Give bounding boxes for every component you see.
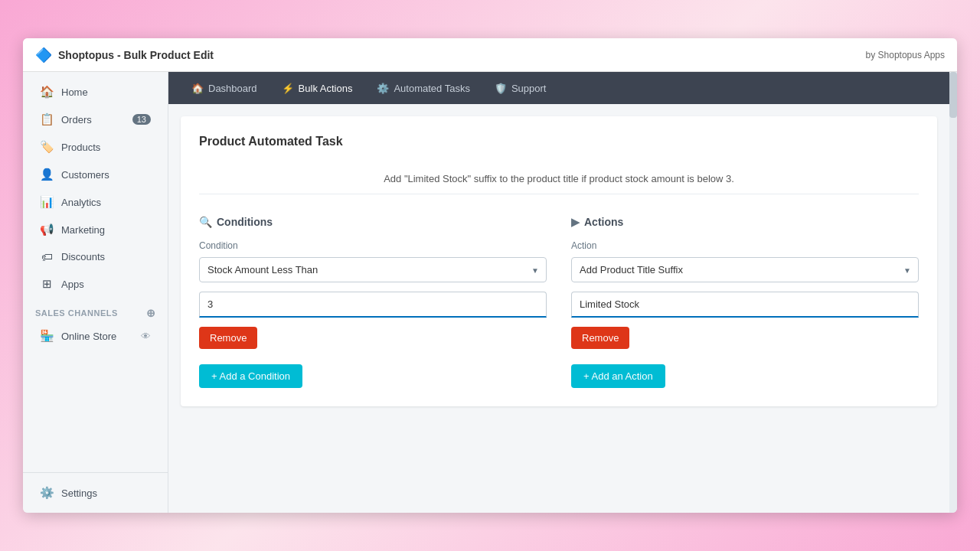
main-card: Product Automated Task Add "Limited Stoc… — [181, 116, 937, 406]
sidebar-item-settings-label: Settings — [61, 487, 97, 499]
top-bar-left: 🔷 Shoptopus - Bulk Product Edit — [35, 47, 214, 64]
sidebar-item-discounts-label: Discounts — [61, 251, 105, 262]
add-condition-button[interactable]: + Add a Condition — [199, 364, 302, 388]
action-value-input[interactable] — [571, 292, 919, 318]
page-description: Add "Limited Stock" suffix to the produc… — [199, 164, 919, 194]
nav-item-bulk-actions[interactable]: ⚡ Bulk Actions — [271, 77, 364, 100]
add-action-button[interactable]: + Add an Action — [571, 364, 665, 388]
support-nav-icon: 🛡️ — [495, 83, 507, 94]
sidebar-item-home-label: Home — [61, 86, 88, 98]
action-select-wrapper: Add Product Title Suffix Add Product Tit… — [571, 257, 919, 282]
sidebar-item-products[interactable]: 🏷️ Products — [28, 134, 163, 160]
sidebar-item-apps[interactable]: ⊞ Apps — [28, 271, 163, 297]
products-icon: 🏷️ — [40, 140, 54, 154]
sidebar-item-marketing-label: Marketing — [61, 224, 105, 236]
sidebar-item-discounts[interactable]: 🏷 Discounts — [28, 244, 163, 269]
main-layout: 🏠 Home 📋 Orders 13 🏷️ Products 👤 Custome… — [23, 72, 957, 513]
app-title: Shoptopus - Bulk Product Edit — [58, 49, 214, 61]
sidebar-item-online-store[interactable]: 🏪 Online Store 👁 — [28, 323, 163, 349]
nav-item-automated-tasks[interactable]: ⚙️ Automated Tasks — [366, 77, 480, 100]
add-sales-channel-icon[interactable]: ⊕ — [146, 307, 156, 319]
store-icon: 🏪 — [40, 329, 54, 343]
sales-channels-header: SALES CHANNELS ⊕ — [23, 298, 168, 322]
scrollbar[interactable] — [949, 72, 957, 513]
app-credit: by Shoptopus Apps — [866, 50, 945, 60]
sidebar-item-orders-label: Orders — [61, 114, 92, 126]
action-select[interactable]: Add Product Title Suffix Add Product Tit… — [571, 257, 919, 282]
action-remove-button[interactable]: Remove — [571, 327, 629, 349]
orders-badge: 13 — [132, 114, 151, 125]
dashboard-nav-icon: 🏠 — [191, 83, 204, 94]
apps-icon: ⊞ — [40, 277, 54, 291]
bulk-actions-nav-icon: ⚡ — [282, 83, 294, 94]
actions-header-label: Actions — [584, 216, 623, 228]
condition-select[interactable]: Stock Amount Less Than Stock Amount Grea… — [199, 257, 547, 282]
top-bar: 🔷 Shoptopus - Bulk Product Edit by Shopt… — [23, 38, 957, 72]
sidebar-item-products-label: Products — [61, 142, 100, 153]
sidebar: 🏠 Home 📋 Orders 13 🏷️ Products 👤 Custome… — [23, 72, 168, 513]
conditions-search-icon: 🔍 — [199, 216, 212, 228]
conditions-header: 🔍 Conditions — [199, 216, 547, 228]
condition-field-label: Condition — [199, 240, 547, 251]
sidebar-item-orders[interactable]: 📋 Orders 13 — [28, 106, 163, 132]
store-eye-icon[interactable]: 👁 — [141, 331, 151, 342]
marketing-icon: 📢 — [40, 223, 54, 236]
sidebar-bottom: ⚙️ Settings — [23, 472, 168, 507]
conditions-actions-grid: 🔍 Conditions Condition Stock Amount Less… — [199, 216, 919, 388]
sidebar-item-marketing[interactable]: 📢 Marketing — [28, 217, 163, 243]
scrollbar-thumb[interactable] — [949, 72, 957, 118]
discounts-icon: 🏷 — [40, 250, 54, 263]
nav-item-dashboard[interactable]: 🏠 Dashboard — [181, 77, 268, 100]
sidebar-item-home[interactable]: 🏠 Home — [28, 79, 163, 105]
page-content: Product Automated Task Add "Limited Stoc… — [168, 104, 949, 513]
sidebar-item-analytics-label: Analytics — [61, 197, 101, 208]
analytics-icon: 📊 — [40, 195, 54, 209]
sidebar-item-online-store-label: Online Store — [61, 331, 116, 342]
sidebar-item-customers[interactable]: 👤 Customers — [28, 161, 163, 187]
nav-item-automated-tasks-label: Automated Tasks — [394, 83, 469, 94]
actions-header: ▶ Actions — [571, 216, 919, 228]
nav-bar: 🏠 Dashboard ⚡ Bulk Actions ⚙️ Automated … — [168, 72, 949, 104]
condition-value-input[interactable] — [199, 292, 547, 318]
home-icon: 🏠 — [40, 85, 54, 99]
automated-tasks-nav-icon: ⚙️ — [377, 83, 389, 94]
customers-icon: 👤 — [40, 168, 54, 181]
nav-item-support[interactable]: 🛡️ Support — [484, 77, 557, 100]
nav-item-bulk-actions-label: Bulk Actions — [299, 83, 353, 94]
app-window: 🔷 Shoptopus - Bulk Product Edit by Shopt… — [23, 38, 957, 513]
actions-play-icon: ▶ — [571, 216, 580, 228]
settings-icon: ⚙️ — [40, 486, 54, 500]
conditions-column: 🔍 Conditions Condition Stock Amount Less… — [199, 216, 547, 388]
nav-item-dashboard-label: Dashboard — [208, 83, 257, 94]
sidebar-item-analytics[interactable]: 📊 Analytics — [28, 189, 163, 215]
sidebar-item-settings[interactable]: ⚙️ Settings — [28, 480, 163, 506]
conditions-header-label: Conditions — [217, 216, 273, 228]
orders-icon: 📋 — [40, 112, 54, 126]
condition-select-wrapper: Stock Amount Less Than Stock Amount Grea… — [199, 257, 547, 282]
nav-item-support-label: Support — [511, 83, 547, 94]
sales-channels-actions: ⊕ — [146, 307, 156, 319]
actions-column: ▶ Actions Action Add Product Title Suffi… — [571, 216, 919, 388]
sidebar-item-apps-label: Apps — [61, 279, 84, 290]
content-area: 🏠 Dashboard ⚡ Bulk Actions ⚙️ Automated … — [168, 72, 949, 513]
action-field-label: Action — [571, 240, 919, 251]
page-title: Product Automated Task — [199, 135, 919, 148]
app-logo-icon: 🔷 — [35, 47, 52, 64]
sidebar-item-customers-label: Customers — [61, 169, 109, 181]
condition-remove-button[interactable]: Remove — [199, 327, 257, 349]
